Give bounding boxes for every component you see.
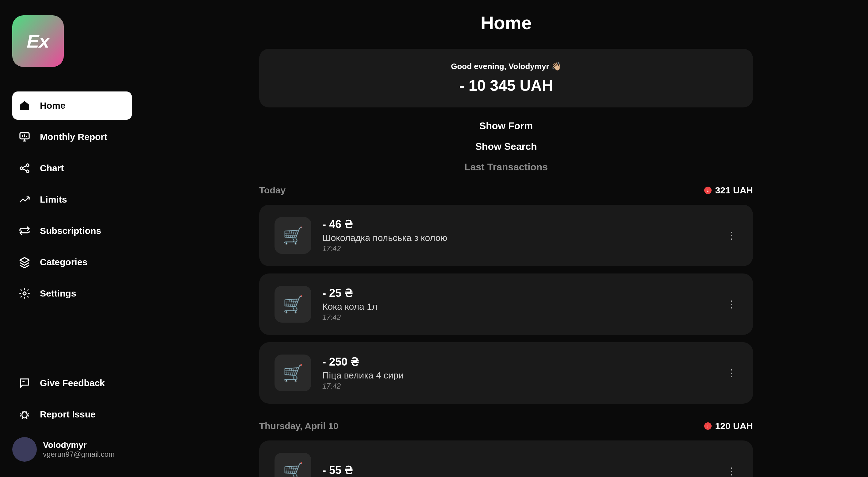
sidebar-item-feedback[interactable]: Give Feedback <box>12 369 132 397</box>
sidebar-item-home[interactable]: Home <box>12 91 132 120</box>
day-label: Thursday, April 10 <box>259 421 338 431</box>
sidebar-item-report-issue[interactable]: Report Issue <box>12 400 132 428</box>
greeting-text: Good evening, Volodymyr 👋🏼 <box>272 62 740 71</box>
balance-value: - 10 345 UAH <box>272 77 740 94</box>
down-arrow-icon: ↓ <box>704 187 712 194</box>
more-icon[interactable]: ⋮ <box>725 462 738 477</box>
transactions-list: Today ↓ 321 UAH 🛒 - 46 ₴ Шоколадка польс… <box>259 182 753 477</box>
more-icon[interactable]: ⋮ <box>725 295 738 314</box>
more-icon[interactable]: ⋮ <box>725 226 738 245</box>
day-label: Today <box>259 185 285 196</box>
sidebar-item-label: Limits <box>40 194 67 205</box>
down-arrow-icon: ↓ <box>704 422 712 430</box>
transaction-body: - 55 ₴ <box>322 464 714 477</box>
transaction-desc: Шоколадка польська з колою <box>322 233 714 243</box>
transaction-amount: - 250 ₴ <box>322 355 714 368</box>
transaction-time: 17:42 <box>322 382 714 390</box>
nav-main: Home Monthly Report Chart Limits Subscri… <box>12 91 132 369</box>
transaction-amount: - 55 ₴ <box>322 464 714 477</box>
gear-icon <box>18 287 31 300</box>
sidebar-item-label: Chart <box>40 163 64 173</box>
day-sum-value: 120 UAH <box>715 421 753 431</box>
repeat-icon <box>18 224 31 238</box>
bug-icon <box>18 408 31 421</box>
sidebar-item-label: Report Issue <box>40 409 96 420</box>
sidebar-item-monthly-report[interactable]: Monthly Report <box>12 123 132 151</box>
transaction-body: - 46 ₴ Шоколадка польська з колою 17:42 <box>322 218 714 253</box>
show-form-button[interactable]: Show Form <box>479 120 533 132</box>
transaction-time: 17:42 <box>322 313 714 322</box>
transaction-row[interactable]: 🛒 - 250 ₴ Піца велика 4 сири 17:42 ⋮ <box>259 342 753 404</box>
user-info: Volodymyr vgerun97@gmail.com <box>43 440 115 458</box>
sidebar: Ex Home Monthly Report Chart Limits <box>0 0 144 477</box>
sidebar-item-settings[interactable]: Settings <box>12 279 132 307</box>
presentation-icon <box>18 130 31 144</box>
cart-icon: 🛒 <box>275 217 311 254</box>
sidebar-item-chart[interactable]: Chart <box>12 154 132 182</box>
transaction-time: 17:42 <box>322 244 714 253</box>
greeting-card: Good evening, Volodymyr 👋🏼 - 10 345 UAH <box>259 49 753 108</box>
logo-text: Ex <box>27 31 49 52</box>
sidebar-item-label: Give Feedback <box>40 378 105 388</box>
app-logo[interactable]: Ex <box>12 16 64 67</box>
sidebar-item-categories[interactable]: Categories <box>12 248 132 276</box>
transaction-body: - 250 ₴ Піца велика 4 сири 17:42 <box>322 355 714 390</box>
transaction-row[interactable]: 🛒 - 25 ₴ Кока кола 1л 17:42 ⋮ <box>259 273 753 335</box>
transaction-row[interactable]: 🛒 - 55 ₴ ⋮ <box>259 441 753 477</box>
message-icon <box>18 376 31 390</box>
transactions-title: Last Transactions <box>464 161 548 173</box>
share-icon <box>18 161 31 175</box>
day-sum: ↓ 120 UAH <box>704 421 753 431</box>
svg-rect-5 <box>22 412 27 418</box>
cart-icon: 🛒 <box>275 286 311 323</box>
sidebar-item-label: Settings <box>40 288 76 299</box>
transaction-row[interactable]: 🛒 - 46 ₴ Шоколадка польська з колою 17:4… <box>259 205 753 266</box>
day-sum: ↓ 321 UAH <box>704 185 753 196</box>
cart-icon: 🛒 <box>275 355 311 391</box>
main-content: Home Good evening, Volodymyr 👋🏼 - 10 345… <box>144 0 868 477</box>
page-title: Home <box>480 12 532 33</box>
sidebar-item-limits[interactable]: Limits <box>12 185 132 214</box>
show-search-button[interactable]: Show Search <box>475 141 537 152</box>
cart-icon: 🛒 <box>275 453 311 477</box>
day-header: Thursday, April 10 ↓ 120 UAH <box>259 421 753 431</box>
transaction-desc: Кока кола 1л <box>322 301 714 312</box>
sidebar-item-subscriptions[interactable]: Subscriptions <box>12 217 132 245</box>
transaction-body: - 25 ₴ Кока кола 1л 17:42 <box>322 287 714 322</box>
home-icon <box>18 99 31 112</box>
day-header: Today ↓ 321 UAH <box>259 185 753 196</box>
transaction-amount: - 25 ₴ <box>322 287 714 300</box>
sidebar-item-label: Home <box>40 100 65 111</box>
sidebar-item-label: Subscriptions <box>40 226 101 236</box>
user-name: Volodymyr <box>43 440 115 450</box>
trend-icon <box>18 193 31 206</box>
sidebar-item-label: Monthly Report <box>40 132 107 142</box>
svg-point-4 <box>23 292 26 295</box>
avatar <box>12 437 37 461</box>
layers-icon <box>18 256 31 269</box>
user-profile[interactable]: Volodymyr vgerun97@gmail.com <box>12 431 132 461</box>
more-icon[interactable]: ⋮ <box>725 364 738 382</box>
user-email: vgerun97@gmail.com <box>43 450 115 458</box>
transaction-amount: - 46 ₴ <box>322 218 714 231</box>
day-sum-value: 321 UAH <box>715 185 753 196</box>
nav-bottom: Give Feedback Report Issue Volodymyr vge… <box>12 369 132 461</box>
transaction-desc: Піца велика 4 сири <box>322 370 714 381</box>
sidebar-item-label: Categories <box>40 257 87 267</box>
